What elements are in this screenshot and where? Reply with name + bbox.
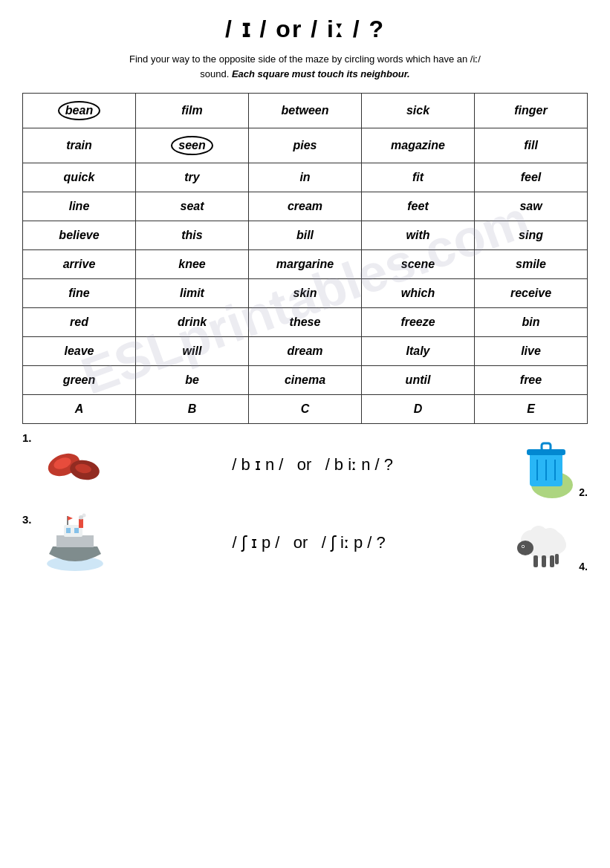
maze-cell: cinema <box>249 366 362 395</box>
maze-cell: line <box>23 192 136 221</box>
trash-icon <box>516 431 576 498</box>
maze-cell: bin <box>475 308 588 337</box>
maze-cell: quick <box>23 163 136 192</box>
maze-cell: sick <box>362 94 475 128</box>
maze-cell: with <box>362 221 475 250</box>
maze-cell: finger <box>475 94 588 128</box>
exercise-1-label: 1. <box>22 431 36 444</box>
ship-icon <box>42 513 108 572</box>
maze-cell: fit <box>362 163 475 192</box>
svg-rect-7 <box>542 443 551 451</box>
maze-cell: dream <box>249 337 362 366</box>
svg-rect-30 <box>542 555 546 567</box>
col-label: A <box>23 395 136 424</box>
svg-marker-20 <box>68 516 73 521</box>
maze-cell: train <box>23 128 136 163</box>
maze-cell: pies <box>249 128 362 163</box>
col-label: C <box>249 395 362 424</box>
maze-cell: believe <box>23 221 136 250</box>
maze-cell: magazine <box>362 128 475 163</box>
maze-cell: fine <box>23 279 136 308</box>
instructions: Find your way to the opposite side of th… <box>22 52 588 81</box>
svg-point-28 <box>522 546 524 547</box>
maze-cell: drink <box>136 308 249 337</box>
maze-cell: seen <box>136 128 249 163</box>
col-label: E <box>475 395 588 424</box>
maze-cell: this <box>136 221 249 250</box>
maze-cell: Italy <box>362 337 475 366</box>
exercises-section: 1. / b ɪ n / or / b iː n / ? <box>22 431 588 580</box>
maze-cell: bill <box>249 221 362 250</box>
beans-icon <box>42 439 108 491</box>
svg-rect-32 <box>555 554 559 564</box>
page-title: / ɪ / or / iː / ? <box>22 15 588 43</box>
maze-cell: seat <box>136 192 249 221</box>
maze-cell: scene <box>362 250 475 279</box>
svg-point-18 <box>82 514 86 518</box>
exercise-3-label: 3. <box>22 513 36 526</box>
exercise-2-label: 2. <box>579 486 588 498</box>
maze-cell: until <box>362 366 475 395</box>
maze-cell: film <box>136 94 249 128</box>
maze-cell: margarine <box>249 250 362 279</box>
maze-cell: live <box>475 337 588 366</box>
svg-rect-12 <box>56 535 94 547</box>
svg-point-26 <box>517 541 533 555</box>
sheep-icon <box>509 515 576 571</box>
exercise-4-label: 4. <box>579 561 588 572</box>
maze-cell: sing <box>475 221 588 250</box>
col-label: D <box>362 395 475 424</box>
maze-cell: be <box>136 366 249 395</box>
maze-cell: smile <box>475 250 588 279</box>
maze-cell: green <box>23 366 136 395</box>
maze-cell: freeze <box>362 308 475 337</box>
maze-cell: bean <box>23 94 136 128</box>
maze-cell: leave <box>23 337 136 366</box>
maze-cell: limit <box>136 279 249 308</box>
exercise-1-ipa: / b ɪ n / or / b iː n / ? <box>108 455 516 474</box>
maze-cell: skin <box>249 279 362 308</box>
maze-cell: will <box>136 337 249 366</box>
maze-cell: saw <box>475 192 588 221</box>
svg-point-24 <box>550 537 566 553</box>
maze-cell: fill <box>475 128 588 163</box>
maze-cell: red <box>23 308 136 337</box>
maze-table: beanfilmbetweensickfingertrainseenpiesma… <box>22 93 588 424</box>
maze-cell: cream <box>249 192 362 221</box>
svg-rect-15 <box>74 528 79 533</box>
maze-cell: arrive <box>23 250 136 279</box>
maze-cell: which <box>362 279 475 308</box>
maze-cell: between <box>249 94 362 128</box>
svg-rect-14 <box>66 528 71 533</box>
maze-cell: feel <box>475 163 588 192</box>
maze-cell: free <box>475 366 588 395</box>
maze-cell: try <box>136 163 249 192</box>
svg-rect-31 <box>550 555 554 567</box>
svg-point-25 <box>530 526 548 544</box>
svg-rect-16 <box>79 519 83 528</box>
maze-cell: knee <box>136 250 249 279</box>
maze-cell: these <box>249 308 362 337</box>
maze-cell: feet <box>362 192 475 221</box>
maze-cell: in <box>249 163 362 192</box>
svg-rect-29 <box>533 555 538 567</box>
maze-cell: receive <box>475 279 588 308</box>
exercise-3-ipa: / ʃ ɪ p / or / ʃ iː p / ? <box>108 533 509 552</box>
col-label: B <box>136 395 249 424</box>
